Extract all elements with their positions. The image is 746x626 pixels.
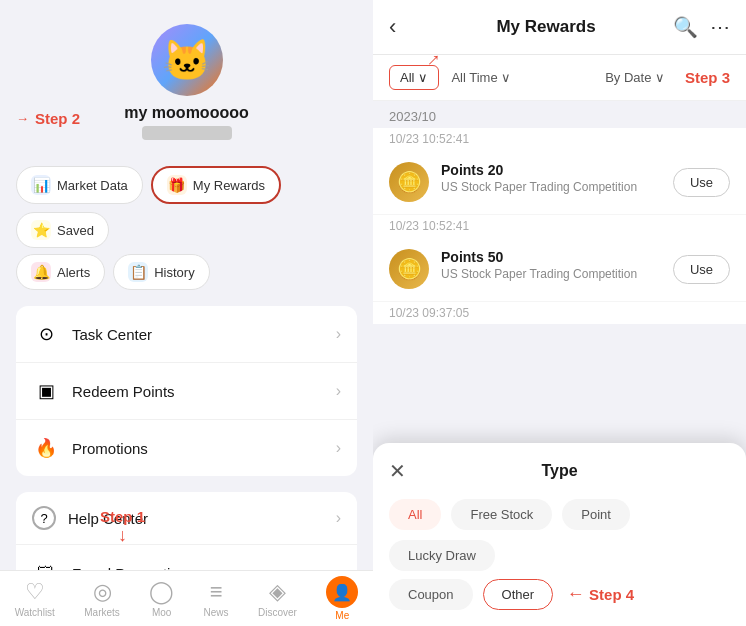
modal-close-button[interactable]: ✕: [389, 459, 419, 483]
markets-label: Markets: [84, 607, 120, 618]
type-chip-coupon[interactable]: Coupon: [389, 579, 473, 610]
avatar: 🐱: [151, 24, 223, 96]
promotions-icon: 🔥: [32, 434, 60, 462]
markets-icon: ◎: [93, 579, 112, 605]
promotions-item[interactable]: 🔥 Promotions ›: [16, 420, 357, 476]
reward-title-1: Points 20: [441, 162, 661, 178]
reward-timestamp-1: 10/23 10:52:41: [373, 128, 746, 150]
back-button[interactable]: ‹: [389, 14, 419, 40]
type-chip-lucky-draw[interactable]: Lucky Draw: [389, 540, 495, 571]
type-chip-free-stock[interactable]: Free Stock: [451, 499, 552, 530]
me-icon-bg: 👤: [326, 576, 358, 608]
type-chip-other[interactable]: Other: [483, 579, 554, 610]
bottom-nav: ♡ Watchlist ◎ Markets ◯ Moo ≡ News ◈ Dis…: [0, 570, 373, 626]
header-actions: 🔍 ⋯: [673, 15, 730, 39]
date-group: 2023/10: [373, 101, 746, 128]
task-center-chevron: ›: [336, 325, 341, 343]
reward-item-2: 🪙 Points 50 US Stock Paper Trading Compe…: [373, 237, 746, 302]
nav-moo[interactable]: ◯ Moo: [139, 573, 184, 624]
step1-label: Step 1: [100, 508, 145, 525]
moo-label: Moo: [152, 607, 171, 618]
reward-coin-1: 🪙: [389, 162, 429, 202]
task-center-icon: ⊙: [32, 320, 60, 348]
time-filter-label: All Time ∨: [451, 70, 511, 85]
alerts-btn[interactable]: 🔔 Alerts: [16, 254, 105, 290]
nav-watchlist[interactable]: ♡ Watchlist: [5, 573, 65, 624]
quick-actions-row2: 🔔 Alerts 📋 History: [0, 254, 373, 298]
type-modal: ✕ Type All Free Stock Point Lucky Draw C…: [373, 443, 746, 626]
promotions-label: Promotions: [72, 440, 336, 457]
reward-title-2: Points 50: [441, 249, 661, 265]
nav-news[interactable]: ≡ News: [194, 573, 239, 624]
history-btn[interactable]: 📋 History: [113, 254, 209, 290]
type-filter-label: All: [400, 70, 414, 85]
saved-icon: ⭐: [31, 220, 51, 240]
reward-coin-2: 🪙: [389, 249, 429, 289]
my-rewards-btn[interactable]: 🎁 My Rewards: [151, 166, 281, 204]
user-id-bar: [142, 126, 232, 140]
time-filter[interactable]: All Time ∨: [451, 70, 511, 85]
reward-info-1: Points 20 US Stock Paper Trading Competi…: [441, 162, 661, 194]
step2-label: Step 2: [35, 110, 80, 127]
reward-item-1: 🪙 Points 20 US Stock Paper Trading Compe…: [373, 150, 746, 215]
redeem-points-label: Redeem Points: [72, 383, 336, 400]
promotions-chevron: ›: [336, 439, 341, 457]
help-center-item[interactable]: ? Help Center ›: [16, 492, 357, 545]
my-rewards-icon: 🎁: [167, 175, 187, 195]
modal-header: ✕ Type: [389, 459, 730, 483]
moo-icon: ◯: [149, 579, 174, 605]
profile-section: 🐱 my moomooooo → Step 2: [0, 0, 373, 166]
reward-desc-1: US Stock Paper Trading Competition: [441, 180, 661, 194]
filter-bar: All ∨ All Time ∨ By Date ∨ Step 3 →: [373, 55, 746, 101]
nav-me[interactable]: 👤 Me: [316, 570, 368, 626]
reward-timestamp-3: 10/23 09:37:05: [373, 302, 746, 324]
market-data-icon: 📊: [31, 175, 51, 195]
reward-info-2: Points 50 US Stock Paper Trading Competi…: [441, 249, 661, 281]
me-label: Me: [335, 610, 349, 621]
username: my moomooooo: [124, 104, 248, 122]
news-label: News: [204, 607, 229, 618]
right-panel: ‹ My Rewards 🔍 ⋯ All ∨ All Time ∨ By Dat…: [373, 0, 746, 626]
use-button-1[interactable]: Use: [673, 168, 730, 197]
watchlist-label: Watchlist: [15, 607, 55, 618]
left-panel: 🐱 my moomooooo → Step 2 📊 Market Data 🎁 …: [0, 0, 373, 626]
redeem-points-icon: ▣: [32, 377, 60, 405]
sort-filter-label: By Date ∨: [605, 70, 665, 85]
redeem-points-item[interactable]: ▣ Redeem Points ›: [16, 363, 357, 420]
task-center-label: Task Center: [72, 326, 336, 343]
step3-label: Step 3: [685, 69, 730, 86]
type-chip-all[interactable]: All: [389, 499, 441, 530]
reward-desc-2: US Stock Paper Trading Competition: [441, 267, 661, 281]
nav-discover[interactable]: ◈ Discover: [248, 573, 307, 624]
step4-label: Step 4: [589, 586, 634, 603]
modal-title: Type: [419, 462, 700, 480]
news-icon: ≡: [210, 579, 223, 605]
market-data-btn[interactable]: 📊 Market Data: [16, 166, 143, 204]
task-center-item[interactable]: ⊙ Task Center ›: [16, 306, 357, 363]
help-center-chevron: ›: [336, 509, 341, 527]
help-center-icon: ?: [32, 506, 56, 530]
search-icon[interactable]: 🔍: [673, 15, 698, 39]
redeem-points-chevron: ›: [336, 382, 341, 400]
watchlist-icon: ♡: [25, 579, 45, 605]
use-button-2[interactable]: Use: [673, 255, 730, 284]
type-chip-point[interactable]: Point: [562, 499, 630, 530]
history-icon: 📋: [128, 262, 148, 282]
more-icon[interactable]: ⋯: [710, 15, 730, 39]
discover-label: Discover: [258, 607, 297, 618]
saved-btn[interactable]: ⭐ Saved: [16, 212, 109, 248]
nav-markets[interactable]: ◎ Markets: [74, 573, 130, 624]
type-chips: All Free Stock Point Lucky Draw: [389, 499, 730, 571]
discover-icon: ◈: [269, 579, 286, 605]
quick-actions-row1: 📊 Market Data 🎁 My Rewards ⭐ Saved: [0, 166, 373, 254]
type-filter-chevron: ∨: [418, 70, 428, 85]
reward-timestamp-2: 10/23 10:52:41: [373, 215, 746, 237]
alerts-icon: 🔔: [31, 262, 51, 282]
rewards-title: My Rewards: [496, 17, 595, 37]
menu-section-1: ⊙ Task Center › ▣ Redeem Points › 🔥 Prom…: [16, 306, 357, 476]
sort-filter[interactable]: By Date ∨: [605, 70, 665, 85]
me-icon: 👤: [332, 583, 352, 602]
